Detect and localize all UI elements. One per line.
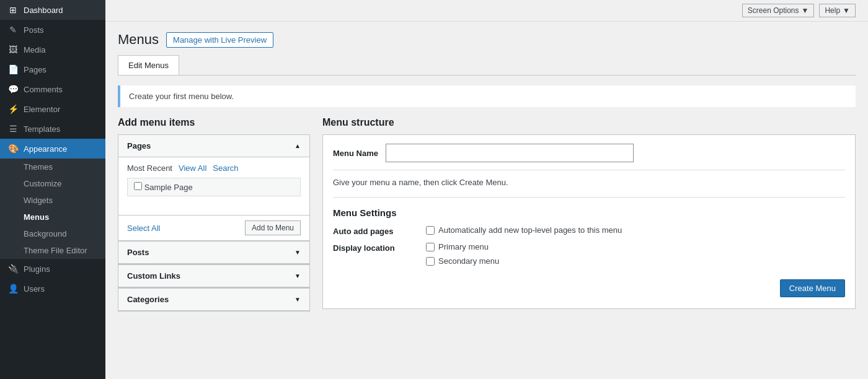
display-location-controls: Primary menu Secondary menu [426,242,499,266]
sidebar-item-label: Comments [24,85,63,94]
pages-accordion-label: Pages [127,141,151,150]
templates-icon: ☰ [7,124,19,134]
sidebar-item-label: Appearance [24,144,67,154]
custom-links-accordion-arrow-icon: ▼ [294,272,301,279]
primary-menu-checkbox[interactable] [426,243,435,251]
create-menu-button[interactable]: Create Menu [780,279,845,297]
page-item-label: Sample Page [144,183,193,192]
sidebar-item-themes[interactable]: Themes [0,159,105,175]
primary-menu-label: Primary menu [438,242,489,251]
menu-structure-title: Menu structure [322,117,856,128]
posts-accordion-arrow-icon: ▼ [294,249,301,256]
page-title: Menus [118,32,159,48]
topbar: Screen Options ▼ Help ▼ [105,0,868,22]
posts-accordion: Posts ▼ [118,241,310,264]
secondary-menu-checkbox-row[interactable]: Secondary menu [426,256,499,266]
sidebar-item-pages[interactable]: 📄 Pages [0,59,105,79]
add-menu-items-title: Add menu items [118,117,310,128]
add-menu-items-panel: Add menu items Pages ▲ Most Recent View … [118,117,310,311]
secondary-menu-label: Secondary menu [438,256,499,266]
custom-links-accordion: Custom Links ▼ [118,264,310,288]
menu-structure-box: Menu Name Give your menu a name, then cl… [322,134,856,309]
menu-hint-text: Give your menu a name, then click Create… [333,178,845,198]
menu-name-label: Menu Name [333,149,378,158]
auto-add-pages-checkbox-label: Automatically add new top-level pages to… [438,225,622,235]
menu-name-row: Menu Name [333,144,845,170]
sidebar-item-label: Elementor [24,105,60,114]
secondary-menu-checkbox[interactable] [426,257,435,266]
posts-accordion-header[interactable]: Posts ▼ [118,242,309,264]
sidebar-item-users[interactable]: 👤 Users [0,279,105,298]
comments-icon: 💬 [7,84,19,94]
help-button[interactable]: Help ▼ [819,4,856,17]
menu-name-input[interactable] [386,144,634,162]
menu-structure-panel: Menu structure Menu Name Give your menu … [322,117,856,311]
view-all-tab-link[interactable]: View All [179,163,206,173]
display-location-row: Display location Primary menu Secondary … [333,242,845,266]
sidebar-item-media[interactable]: 🖼 Media [0,40,105,59]
sidebar-item-posts[interactable]: ✎ Posts [0,20,105,40]
display-location-label: Display location [333,242,414,253]
search-tab-link[interactable]: Search [213,163,238,173]
pages-list: Sample Page [127,178,301,203]
primary-menu-checkbox-row[interactable]: Primary menu [426,242,499,251]
sidebar-item-elementor[interactable]: ⚡ Elementor [0,99,105,119]
auto-add-pages-label: Auto add pages [333,225,414,236]
auto-add-pages-checkbox[interactable] [426,226,435,235]
help-arrow-icon: ▼ [843,6,850,15]
create-menu-notice: Create your first menu below. [118,85,856,107]
pages-accordion-arrow-icon: ▲ [294,142,301,149]
page-item-checkbox[interactable] [134,182,142,190]
sidebar-item-label: Users [24,284,45,294]
sidebar-item-customize[interactable]: Customize [0,175,105,192]
sidebar-item-appearance[interactable]: 🎨 Appearance [0,139,105,159]
sidebar-item-label: Media [24,45,45,54]
custom-links-accordion-label: Custom Links [127,271,180,281]
categories-accordion-label: Categories [127,295,169,304]
appearance-submenu: Themes Customize Widgets Menus Backgroun… [0,159,105,259]
auto-add-pages-checkbox-row[interactable]: Automatically add new top-level pages to… [426,225,622,235]
sidebar-item-label: Templates [24,124,60,134]
pages-accordion-footer: Select All Add to Menu [118,216,309,240]
sidebar-item-dashboard[interactable]: ⊞ Dashboard [0,0,105,20]
categories-accordion-header[interactable]: Categories ▼ [118,289,309,311]
sidebar-item-label: Plugins [24,264,50,274]
page-content: Menus Manage with Live Preview Edit Menu… [105,22,868,379]
screen-options-label: Screen Options [748,6,799,15]
sidebar-item-label: Posts [24,25,44,35]
appearance-icon: 🎨 [7,144,19,154]
sidebar-item-plugins[interactable]: 🔌 Plugins [0,259,105,279]
pages-icon: 📄 [7,64,19,74]
screen-options-button[interactable]: Screen Options ▼ [742,4,815,17]
pages-accordion-body: Most Recent View All Search Sample Page [118,157,309,216]
sidebar-item-templates[interactable]: ☰ Templates [0,119,105,139]
custom-links-accordion-header[interactable]: Custom Links ▼ [118,265,309,287]
main-content: Screen Options ▼ Help ▼ Menus Manage wit… [105,0,868,379]
live-preview-button[interactable]: Manage with Live Preview [166,32,273,48]
sidebar-item-widgets[interactable]: Widgets [0,192,105,209]
menu-settings-title: Menu Settings [333,207,845,218]
posts-icon: ✎ [7,25,19,35]
sidebar-item-menus[interactable]: Menus [0,209,105,225]
dashboard-icon: ⊞ [7,5,19,15]
categories-accordion-arrow-icon: ▼ [294,296,301,303]
tab-edit-menus[interactable]: Edit Menus [118,55,179,75]
sidebar-item-comments[interactable]: 💬 Comments [0,79,105,99]
sidebar: ⊞ Dashboard ✎ Posts 🖼 Media 📄 Pages 💬 Co… [0,0,105,379]
page-header: Menus Manage with Live Preview [118,32,856,48]
list-item: Sample Page [127,178,301,196]
add-to-menu-button[interactable]: Add to Menu [245,220,301,235]
pages-accordion-header[interactable]: Pages ▲ [118,135,309,157]
screen-options-arrow-icon: ▼ [802,6,809,15]
tabs-bar: Edit Menus [118,55,856,76]
sidebar-item-label: Pages [24,65,46,74]
sidebar-item-background[interactable]: Background [0,225,105,242]
users-icon: 👤 [7,284,19,294]
sidebar-item-theme-file-editor[interactable]: Theme File Editor [0,242,105,259]
two-col-layout: Add menu items Pages ▲ Most Recent View … [118,117,856,311]
elementor-icon: ⚡ [7,104,19,114]
most-recent-tab-link[interactable]: Most Recent [127,163,172,173]
posts-accordion-label: Posts [127,248,149,257]
select-all-link[interactable]: Select All [127,224,160,233]
notice-text: Create your first menu below. [129,92,234,101]
